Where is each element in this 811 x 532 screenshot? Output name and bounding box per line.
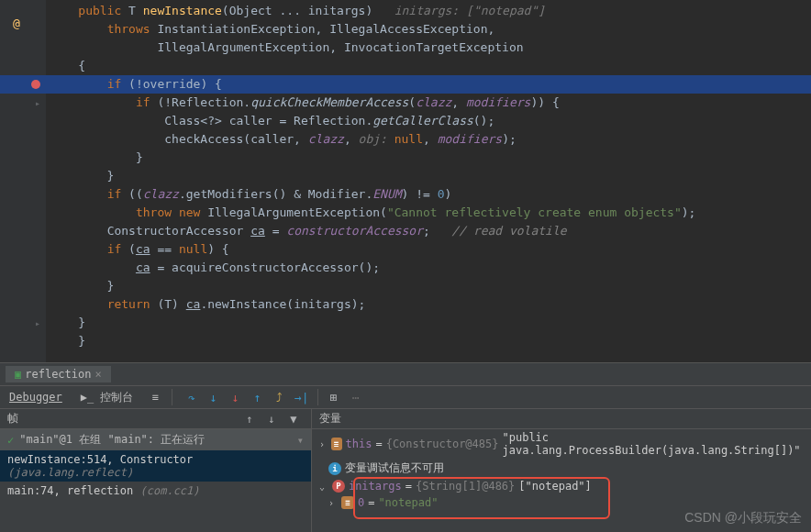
stack-frame[interactable]: main:74, reflection (com.cc1) — [0, 482, 311, 500]
check-icon: ✓ — [7, 434, 14, 447]
close-icon[interactable]: × — [94, 368, 101, 381]
object-icon: ≡ — [341, 496, 354, 509]
threads-tab[interactable]: ≡ — [142, 388, 167, 406]
param-icon: P — [332, 480, 345, 493]
more-icon[interactable]: ⋯ — [346, 387, 366, 407]
debug-toolbar: Debugger ▶_ 控制台 ≡ ↷ ↓ ↓ ↑ ⤴ →| ⊞ ⋯ — [0, 385, 811, 409]
force-step-into-icon[interactable]: ↓ — [226, 387, 246, 407]
collapse-icon[interactable]: ⌄ — [319, 482, 328, 492]
frames-panel: 帧 ↑ ↓ ▼ ✓ "main"@1 在组 "main": 正在运行 ▾ new… — [0, 409, 312, 532]
step-into-icon[interactable]: ↓ — [204, 387, 224, 407]
fold-icon[interactable]: ▸ — [35, 98, 40, 108]
step-over-icon[interactable]: ↷ — [182, 387, 202, 407]
vars-title: 变量 — [319, 411, 341, 427]
var-row-index0[interactable]: › ≡ 0 = "notepad" — [312, 494, 811, 511]
next-frame-icon[interactable]: ↓ — [261, 409, 282, 429]
step-out-icon[interactable]: ↑ — [248, 387, 268, 407]
code-editor[interactable]: ▸ ▸ public T newInstance(Object ... init… — [0, 0, 811, 362]
var-unavailable: i 变量调试信息不可用 — [312, 459, 811, 478]
expand-icon[interactable]: › — [328, 498, 338, 508]
evaluate-icon[interactable]: ⊞ — [324, 387, 344, 407]
breakpoint-icon[interactable] — [31, 80, 40, 89]
fold-icon[interactable]: ▸ — [35, 318, 40, 328]
prev-frame-icon[interactable]: ↑ — [239, 409, 260, 429]
console-tab[interactable]: ▶_ 控制台 — [72, 387, 143, 408]
watermark: CSDN @小段玩安全 — [684, 510, 802, 526]
tab-reflection[interactable]: ▣ reflection × — [6, 366, 111, 382]
debug-panel: ▣ reflection × Debugger ▶_ 控制台 ≡ ↷ ↓ ↓ ↑… — [0, 362, 811, 532]
info-icon: i — [328, 462, 341, 475]
chevron-down-icon: ▾ — [297, 434, 304, 447]
code-area[interactable]: public T newInstance(Object ... initargs… — [46, 0, 811, 362]
var-row-initargs[interactable]: ⌄ P initargs = {String[1]@486} ["notepad… — [312, 478, 811, 494]
run-to-cursor-icon[interactable]: →| — [292, 387, 312, 407]
object-icon: ≡ — [331, 438, 342, 450]
thread-selector[interactable]: ✓ "main"@1 在组 "main": 正在运行 ▾ — [0, 429, 311, 450]
filter-icon[interactable]: ▼ — [283, 409, 304, 429]
stack-frame[interactable]: newInstance:514, Constructor (java.lang.… — [0, 450, 311, 482]
override-gutter-icon: @ — [13, 17, 28, 31]
debug-tabs: ▣ reflection × — [0, 363, 811, 385]
drop-frame-icon[interactable]: ⤴ — [270, 387, 290, 407]
console-icon: ▶_ — [81, 391, 94, 404]
frames-title: 帧 — [7, 411, 18, 427]
debugger-tab[interactable]: Debugger — [0, 388, 72, 406]
expand-icon[interactable]: › — [319, 439, 328, 449]
run-icon: ▣ — [15, 368, 21, 381]
gutter: ▸ ▸ — [0, 0, 46, 362]
var-row-this[interactable]: › ≡ this = {Constructor@485} "public jav… — [312, 429, 811, 459]
